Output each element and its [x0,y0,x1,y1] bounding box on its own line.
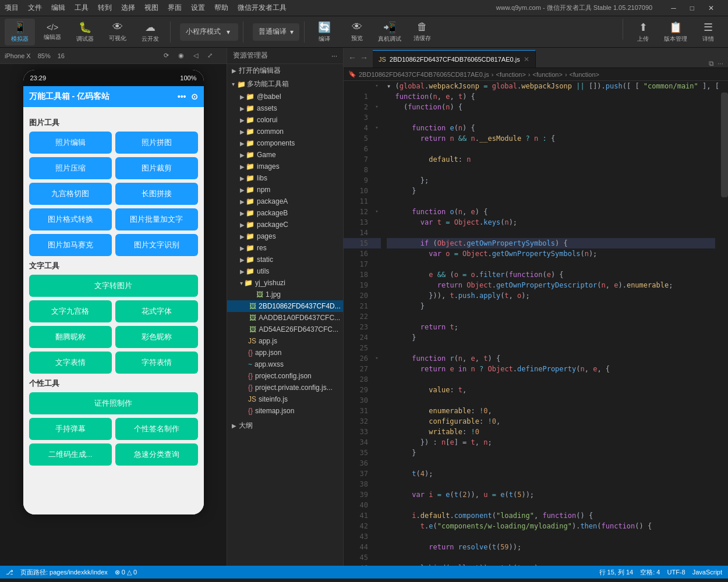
tree-item-libs[interactable]: ▶📁libs [227,172,343,184]
tree-item-packageA[interactable]: ▶📁packageA [227,196,343,207]
phone-btn-nine-grid[interactable]: 九宫格切图 [29,183,112,205]
phone-btn-photo-collage[interactable]: 照片拼图 [115,132,198,154]
menu-item-goto[interactable]: 转到 [98,3,112,13]
phone-btn-photo-compress[interactable]: 照片压缩 [29,157,112,179]
tree-item-sitemap_json[interactable]: {}sitemap.json [227,405,343,417]
tree-item-res[interactable]: ▶📁res [227,242,343,254]
menu-item-interface[interactable]: 界面 [168,3,182,13]
clearstore-button[interactable]: 🗑 清缓存 [407,19,437,45]
nav-dots-icon[interactable]: ••• [178,92,186,101]
menu-item-edit[interactable]: 编辑 [51,3,65,13]
phone-btn-format-convert[interactable]: 图片格式转换 [29,208,112,230]
tree-item-_babel[interactable]: ▶📁@babel [227,91,343,102]
phone-btn-batch-text[interactable]: 图片批量加文字 [115,208,198,230]
breadcrumb-file[interactable]: 2BD10862FD6437CF4DB76065CD817AE0.js [359,71,489,78]
menu-item-tools[interactable]: 工具 [75,3,89,13]
mode-selector[interactable]: 小程序模式 ▾ [180,23,238,41]
tree-item-packageC[interactable]: ▶📁packageC [227,219,343,230]
tree-item-packageB[interactable]: ▶📁packageB [227,207,343,219]
tree-item-Game[interactable]: ▶📁Game [227,149,343,161]
phone-btn-ocr[interactable]: 图片文字识别 [115,234,198,256]
tree-root-folder[interactable]: ▾ 📁 多功能工具箱 [227,77,343,91]
tree-item-colorui[interactable]: ▶📁colorui [227,114,343,126]
phone-btn-flip-name[interactable]: 翻腾昵称 [29,326,112,348]
nav-forward-icon[interactable]: → [360,53,368,62]
tree-section-opened-editors[interactable]: ▶ 打开的编辑器 [227,64,343,77]
maximize-button[interactable]: □ [690,4,694,12]
phone-btn-image-crop[interactable]: 图片裁剪 [115,157,198,179]
tree-item-siteinfo_js[interactable]: JSsiteinfo.js [227,393,343,405]
phone-btn-color-name[interactable]: 彩色昵称 [115,326,198,348]
version-button[interactable]: 📋 版本管理 [660,19,691,45]
preview-button[interactable]: 👁 预览 [342,19,372,45]
phone-btn-text-emoji[interactable]: 文字表情 [29,352,112,374]
close-button[interactable]: ✕ [708,4,714,12]
minimize-button[interactable]: ─ [671,4,676,12]
expand-icon[interactable]: ⤢ [207,52,213,59]
simulator-button[interactable]: 📱 模拟器 [5,19,35,45]
visual-button[interactable]: 👁 可视化 [103,19,133,45]
tree-item-pages[interactable]: ▶📁pages [227,230,343,242]
tree-item-project_private_config_js___[interactable]: {}project.private.config.js... [227,382,343,393]
nav-back-icon[interactable]: ← [348,53,356,62]
tree-item-2BD10862FD6437CF4D___[interactable]: 🖼2BD10862FD6437CF4D... [227,300,343,312]
menu-item-wechat[interactable]: 微信开发者工具 [238,3,287,13]
tree-item-components[interactable]: ▶📁components [227,137,343,149]
phone-btn-qrcode[interactable]: 二维码生成... [29,443,112,466]
compile-button[interactable]: 🔄 编译 [309,19,340,45]
audio-icon[interactable]: ◁ [193,52,198,59]
phone-btn-id-photo[interactable]: 证件照制作 [29,392,198,414]
editor-tab-main[interactable]: JS 2BD10862FD6437CF4DB76065CD817AE0.js ✕ [373,50,536,68]
menu-item-view[interactable]: 视图 [144,3,158,13]
phone-btn-category[interactable]: 急速分类查询 [115,443,198,466]
tree-item-project_config_json[interactable]: {}project.config.json [227,370,343,382]
tree-item-common[interactable]: ▶📁common [227,126,343,137]
tree-item-utils[interactable]: ▶📁utils [227,265,343,277]
detail-button[interactable]: ☰ 详情 [693,19,723,45]
phone-btn-char-emoji[interactable]: 字符表情 [115,352,198,374]
menu-item-project[interactable]: 项目 [5,3,19,13]
scrollbar-thumb[interactable] [721,93,728,197]
tab-close-icon[interactable]: ✕ [524,55,529,63]
tree-item-app_wxss[interactable]: ~app.wxss [227,359,343,370]
menu-item-select[interactable]: 选择 [121,3,135,13]
tree-item-npm[interactable]: ▶📁npm [227,184,343,196]
more-tabs-icon[interactable]: ··· [718,59,723,68]
split-editor-icon[interactable]: ⧉ [709,59,714,68]
tree-item-app_js[interactable]: JSapp.js [227,335,343,347]
editor-body[interactable]: 1234567891011121314151617181920212223242… [344,81,728,566]
tree-item-static[interactable]: ▶📁static [227,254,343,265]
phone-btn-barrage[interactable]: 手持弹幕 [29,418,112,440]
phone-btn-text-to-image[interactable]: 文字转图片 [29,275,198,297]
tree-item-AADDB1A0FD6437CFC___[interactable]: 🖼AADDB1A0FD6437CFC... [227,312,343,324]
menu-item-help[interactable]: 帮助 [214,3,228,13]
phone-btn-mosaic[interactable]: 图片加马赛克 [29,234,112,256]
tree-item-app_json[interactable]: {}app.json [227,347,343,359]
upload-button[interactable]: ⬆ 上传 [628,19,658,45]
breadcrumb-fn1[interactable]: <function> [496,71,525,78]
tree-item-AD54AE26FD6437CFC___[interactable]: 🖼AD54AE26FD6437CFC... [227,324,343,335]
debugger-button[interactable]: 🐛 调试器 [70,19,100,45]
menu-item-file[interactable]: 文件 [28,3,42,13]
phone-btn-fancy-font[interactable]: 花式字体 [115,300,198,322]
scrollbar-gutter[interactable] [721,81,728,566]
realtest-button[interactable]: 📲 真机调试 [374,19,405,45]
breadcrumb-fn2[interactable]: <function> [533,71,563,78]
file-tree-more-icon[interactable]: ··· [331,52,337,60]
phone-btn-signature[interactable]: 个性签名制作 [115,418,198,440]
rotate-icon[interactable]: ⟳ [164,52,169,59]
tree-item-yj_yishuzi[interactable]: ▾📁yj_yishuzi [227,277,343,289]
tree-item-assets[interactable]: ▶📁assets [227,102,343,114]
code-area[interactable]: ▾ (global.webpackJsonp = global.webpackJ… [381,81,721,566]
editor-button[interactable]: </> 编辑器 [37,19,68,45]
compile-mode-selector[interactable]: 普通编译 ▾ [253,23,299,41]
phone-btn-text-nine-grid[interactable]: 文字九宫格 [29,300,112,322]
cloud-button[interactable]: ☁ 云开发 [135,19,165,45]
screenshot-icon[interactable]: ◉ [178,52,184,59]
tree-item-1_jpg[interactable]: 🖼1.jpg [227,289,343,300]
nav-home-icon[interactable]: ⊙ [191,92,198,101]
breadcrumb-fn3[interactable]: <function> [570,71,599,78]
tree-item-images[interactable]: ▶📁images [227,161,343,172]
phone-btn-photo-edit[interactable]: 照片编辑 [29,132,112,154]
tree-section-outline[interactable]: ▶ 大纲 [227,419,343,432]
